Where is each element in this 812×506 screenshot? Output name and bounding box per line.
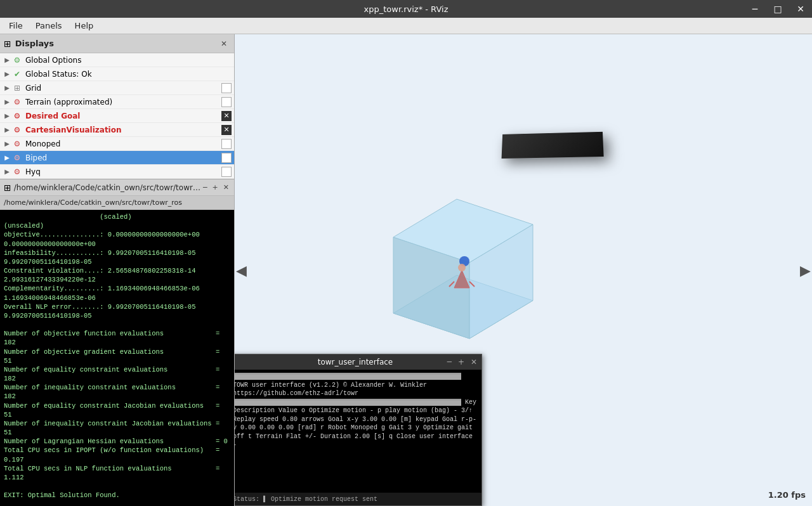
menu-help[interactable]: Help	[69, 20, 100, 32]
terminal-window: towr_user_interface ─ + ✕ ▓▓▓▓▓▓▓▓▓▓▓▓▓▓…	[235, 354, 482, 506]
scene-container: ◀ ▶	[235, 34, 812, 506]
cube-svg	[368, 186, 558, 364]
svg-point-6	[458, 264, 466, 271]
visibility-checkbox[interactable]	[221, 167, 232, 177]
display-item-biped[interactable]: ▶ ⚙ Biped	[0, 151, 234, 165]
platform-box	[502, 132, 604, 159]
status-text: Status: ▌ Optimize motion request sent	[235, 496, 377, 503]
visibility-checkbox[interactable]: ✕	[221, 111, 232, 121]
hyq-icon: ⚙	[11, 166, 23, 178]
console-panel: ⊞ /home/winklera/Code/catkin_own/src/tow…	[0, 179, 234, 506]
terrain-icon: ⚙	[11, 96, 23, 108]
console-path: /home/winklera/Code/catkin_own/src/towr/…	[14, 183, 202, 192]
visibility-checkbox[interactable]: ✕	[221, 125, 232, 135]
menu-panels[interactable]: Panels	[29, 20, 69, 32]
main-layout: ⊞ Displays ✕ ▶ ⚙ Global Options ▶ ✔ Glob…	[0, 34, 812, 506]
displays-header: ⊞ Displays ✕	[0, 34, 234, 53]
display-name: Biped	[25, 153, 221, 162]
console-subpath: /home/winklera/Code/catkin_own/src/towr/…	[4, 198, 182, 207]
visibility-checkbox[interactable]	[221, 139, 232, 149]
display-name: Monoped	[25, 139, 221, 148]
terminal-status: Status: ▌ Optimize motion request sent	[235, 493, 481, 505]
display-item-global-options[interactable]: ▶ ⚙ Global Options	[0, 53, 234, 67]
terminal-titlebar: towr_user_interface ─ + ✕	[235, 354, 481, 370]
display-item-terrain[interactable]: ▶ ⚙ Terrain (approximated)	[0, 95, 234, 109]
terminal-controls: ─ + ✕	[445, 358, 479, 367]
biped-icon: ⚙	[11, 152, 23, 164]
close-button[interactable]: ✕	[789, 0, 812, 18]
display-item-hyq[interactable]: ▶ ⚙ Hyq	[0, 165, 234, 179]
terminal-title: towr_user_interface	[318, 358, 393, 367]
display-name: Desired Goal	[25, 112, 221, 120]
expand-arrow: ▶	[3, 70, 11, 79]
titlebar: xpp_towr.rviz* - RViz ─ □ ✕	[0, 0, 812, 18]
fps-counter: 1.20 fps	[768, 490, 806, 500]
displays-header-left: ⊞ Displays	[4, 39, 54, 49]
visibility-checkbox[interactable]	[221, 83, 232, 93]
console-path-icon: ⊞	[4, 183, 11, 193]
window-title: xpp_towr.rviz* - RViz	[364, 4, 449, 14]
menu-file[interactable]: File	[3, 20, 29, 32]
display-name: Global Options	[25, 56, 232, 65]
terminal-body: ▓▓▓▓▓▓▓▓▓▓▓▓▓▓▓▓▓▓▓▓▓▓▓▓▓▓▓▓▓▓▓▓▓▓▓▓▓▓▓▓…	[235, 370, 481, 493]
console-maximize[interactable]: +	[211, 183, 219, 191]
maximize-button[interactable]: □	[766, 0, 789, 18]
expand-arrow: ▶	[3, 167, 11, 176]
display-item-monoped[interactable]: ▶ ⚙ Monoped	[0, 137, 234, 151]
console-header: ⊞ /home/winklera/Code/catkin_own/src/tow…	[0, 179, 234, 196]
terminal-maximize[interactable]: +	[456, 358, 466, 367]
console-subheader: /home/winklera/Code/catkin_own/src/towr/…	[0, 196, 234, 210]
display-item-global-status[interactable]: ▶ ✔ Global Status: Ok	[0, 67, 234, 81]
cartesian-icon: ⚙	[11, 124, 23, 136]
expand-arrow: ▶	[3, 112, 11, 120]
gear-icon: ⚙	[11, 55, 23, 66]
panel-icon: ⊞	[4, 39, 11, 49]
display-name: Global Status: Ok	[25, 70, 232, 79]
expand-arrow: ▶	[3, 153, 11, 162]
viewport: ◀ ▶	[235, 34, 812, 506]
menubar: File Panels Help	[0, 18, 812, 34]
nav-arrow-right[interactable]: ▶	[800, 263, 811, 278]
grid-icon: ⊞	[11, 82, 23, 94]
expand-arrow: ▶	[3, 98, 11, 107]
goal-icon: ⚙	[11, 110, 23, 122]
minimize-button[interactable]: ─	[743, 0, 766, 18]
console-close[interactable]: ✕	[222, 183, 230, 191]
terminal-minimize[interactable]: ─	[445, 358, 454, 367]
display-item-cartesian[interactable]: ▶ ⚙ CartesianVisualization ✕	[0, 123, 234, 137]
console-minimize[interactable]: ─	[202, 183, 209, 191]
expand-arrow: ▶	[3, 56, 11, 65]
displays-close-button[interactable]: ✕	[218, 37, 230, 50]
displays-list: ▶ ⚙ Global Options ▶ ✔ Global Status: Ok…	[0, 53, 234, 179]
display-name: CartesianVisualization	[25, 126, 221, 134]
console-body: (scaled) (unscaled) objective...........…	[0, 210, 234, 506]
visibility-checkbox[interactable]	[221, 153, 232, 163]
window-controls: ─ □ ✕	[743, 0, 812, 18]
terminal-close[interactable]: ✕	[469, 358, 479, 367]
check-icon: ✔	[11, 68, 23, 80]
console-controls: ─ + ✕	[202, 183, 230, 191]
displays-title: Displays	[15, 39, 54, 48]
left-panel: ⊞ Displays ✕ ▶ ⚙ Global Options ▶ ✔ Glob…	[0, 34, 235, 506]
monoped-icon: ⚙	[11, 138, 23, 150]
expand-arrow: ▶	[3, 84, 11, 93]
displays-panel: ⊞ Displays ✕ ▶ ⚙ Global Options ▶ ✔ Glob…	[0, 34, 234, 179]
display-item-grid[interactable]: ▶ ⊞ Grid	[0, 81, 234, 95]
expand-arrow: ▶	[3, 139, 11, 148]
display-name: Hyq	[25, 167, 221, 176]
display-item-desired-goal[interactable]: ▶ ⚙ Desired Goal ✕	[0, 109, 234, 123]
expand-arrow: ▶	[3, 126, 11, 134]
display-name: Grid	[25, 84, 221, 93]
nav-arrow-left[interactable]: ◀	[236, 263, 247, 278]
visibility-checkbox[interactable]	[221, 97, 232, 107]
display-name: Terrain (approximated)	[25, 98, 221, 107]
